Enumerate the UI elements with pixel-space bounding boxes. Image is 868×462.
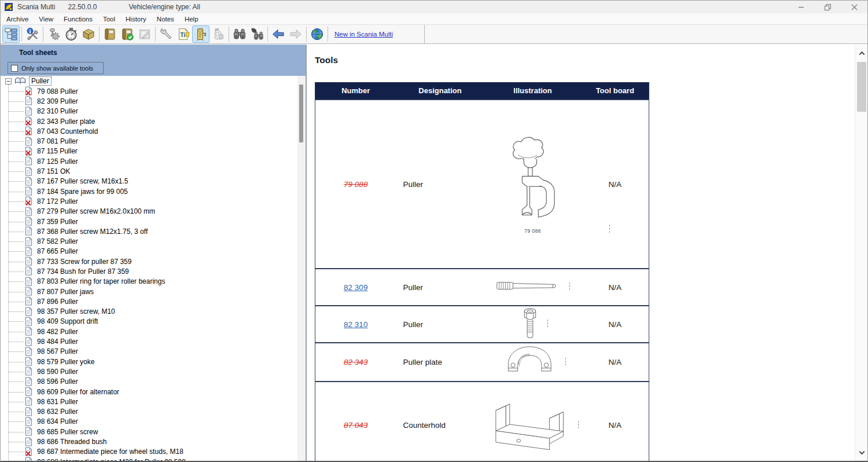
globe-icon[interactable] [308,25,326,43]
tree-item[interactable]: 87 359 Puller [1,217,297,226]
stopwatch-icon[interactable] [62,25,80,43]
package-icon[interactable] [80,25,97,43]
tool-board-icon[interactable] [192,25,209,43]
tree-item[interactable]: 98 596 Puller [1,377,297,387]
tool-board-cell: N/A [582,343,649,382]
tree-item[interactable]: 87 081 Puller [1,136,297,146]
document-icon [25,366,33,376]
tree-item-label: 87 733 Screw for puller 87 359 [37,258,131,266]
tree-item[interactable]: 87 582 Puller [1,236,297,246]
tree-item-label: 87 043 Counterhold [37,127,98,135]
tool-number-link[interactable]: 82 309 [344,283,367,292]
tree-item[interactable]: 87 043 Counterhold [1,126,297,136]
tree-item[interactable]: 79 088 Puller [1,86,297,96]
tree-item[interactable]: 98 484 Puller [1,336,297,346]
ti-document-icon[interactable]: Ti [175,25,192,43]
tree-item-label: 87 368 Puller screw M12x1.75, 3 off [37,228,148,236]
book-check-icon[interactable] [119,25,136,43]
menu-item-view[interactable]: View [34,16,58,23]
new-in-scania-multi-link[interactable]: New in Scania Multi [334,31,393,38]
tree-item[interactable]: 98 685 Puller screw [1,427,297,437]
scrollbar-thumb[interactable] [857,62,866,112]
tree-item[interactable]: 98 686 Threaded bush [1,437,297,446]
document-icon [25,207,33,217]
tree-root-label: Puller [29,76,52,86]
tree-item[interactable]: 98 609 Puller for alternator [1,387,297,397]
tree-item-label: 98 688 Intermediate piece M20 for Puller… [37,458,186,461]
arrow-left-icon[interactable] [270,25,287,43]
tree-root-puller[interactable]: Puller [1,76,297,86]
measure-dash-mark [565,358,566,365]
document-icon [25,317,33,327]
menu-item-tool[interactable]: Tool [98,16,120,23]
tree-item[interactable]: 87 734 Bush for Puller 87 359 [1,266,297,276]
tree-item[interactable]: 98 631 Puller [1,397,297,406]
tree-item[interactable]: 87 665 Puller [1,247,297,256]
tree-item[interactable]: 87 733 Screw for puller 87 359 [1,256,297,266]
tree-item[interactable]: 98 567 Puller [1,347,297,357]
menu-item-notes[interactable]: Notes [152,16,179,23]
column-header-number: Number [315,82,396,100]
tree-item[interactable]: 98 687 Intermediate piece for wheel stud… [1,447,297,457]
binoculars-find-icon[interactable] [248,25,266,43]
menu-item-history[interactable]: History [120,16,152,23]
document-unavailable-icon [25,447,33,457]
tree-item[interactable]: 87 896 Puller [1,296,297,306]
tree-item[interactable]: 82 309 Puller [1,96,297,106]
wrench-icon[interactable] [157,25,175,43]
tree-item[interactable]: 87 125 Puller [1,156,297,166]
tree-item[interactable]: 82 310 Puller [1,107,297,116]
tree-item[interactable]: 98 590 Puller [1,366,297,376]
tree-item-label: 82 310 Puller [37,107,78,115]
scroll-down-button[interactable] [855,445,868,459]
book-icon[interactable] [101,25,119,43]
document-icon [25,357,33,366]
minimize-button[interactable] [788,1,814,13]
oil-bottle-icon[interactable] [209,25,227,43]
menu-item-help[interactable]: Help [179,16,204,23]
close-button[interactable] [841,1,867,13]
tool-number-link[interactable]: 82 310 [344,320,367,329]
tree-item[interactable]: 98 632 Puller [1,407,297,417]
tree-item[interactable]: 98 688 Intermediate piece M20 for Puller… [1,457,297,461]
tree-item[interactable]: 87 151 OK [1,166,297,176]
vertical-scrollbar[interactable] [855,45,867,461]
tree-item[interactable]: 98 482 Puller [1,327,297,336]
tree-scrollbar[interactable] [297,76,306,461]
restore-button[interactable] [814,1,841,13]
document-icon [25,296,33,306]
tree-scrollbar-thumb[interactable] [299,85,303,142]
binoculars-icon[interactable] [231,25,248,43]
toolbar-separator [99,27,100,42]
tree-item[interactable]: 87 803 Puller ring for taper roller bear… [1,277,297,287]
tree-item[interactable]: 87 368 Puller screw M12x1.75, 3 off [1,226,297,236]
gear-tools-icon[interactable] [45,25,62,43]
tree-item[interactable]: 87 279 Puller screw M16x2.0x100 mm [1,207,297,217]
info-tools-icon[interactable] [24,25,41,43]
tree-item-label: 98 687 Intermediate piece for wheel stud… [37,448,183,456]
tree-item[interactable]: 98 409 Support drift [1,317,297,327]
measure-dash-mark [547,320,548,327]
tree-item[interactable]: 87 115 Puller [1,146,297,156]
vehicle-filter-label: Vehicle/engine type: All [128,3,200,11]
tool-illustration [517,307,548,340]
only-available-checkbox[interactable] [11,65,18,72]
menu-item-functions[interactable]: Functions [58,16,98,23]
collapse-expander-icon[interactable] [5,78,12,85]
tree-item[interactable]: 87 172 Puller [1,196,297,206]
tree-item-label: 82 309 Puller [37,97,78,105]
document-icon [25,186,33,196]
menu-item-archive[interactable]: Archive [1,16,34,23]
tree-item[interactable]: 82 343 Puller plate [1,116,297,126]
tree-item[interactable]: 87 184 Spare jaws for 99 005 [1,186,297,196]
scroll-up-button[interactable] [855,46,868,60]
tree-item[interactable]: 98 579 Puller yoke [1,357,297,366]
tree-item[interactable]: 98 357 Puller screw, M10 [1,307,297,317]
document-icon [25,226,33,236]
arrow-right-icon[interactable] [287,25,304,43]
tree-item[interactable]: 87 807 Puller jaws [1,287,297,296]
tree-item[interactable]: 98 634 Puller [1,417,297,427]
tree-item[interactable]: 87 167 Puller screw, M16x1.5 [1,177,297,186]
notepad-icon[interactable] [136,25,153,43]
tree-structure-icon[interactable] [2,25,20,43]
